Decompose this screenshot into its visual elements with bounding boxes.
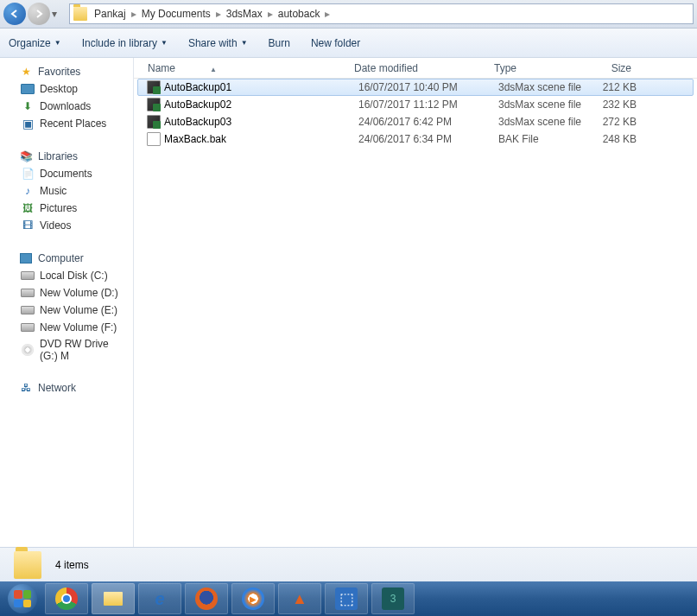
sidebar-item-label: Pictures (40, 202, 77, 214)
back-button[interactable] (3, 3, 26, 25)
file-size: 272 KB (585, 116, 645, 128)
libraries-icon: 📚 (19, 149, 33, 163)
chevron-right-icon[interactable]: ▸ (212, 8, 225, 20)
new-folder-button[interactable]: New folder (311, 37, 360, 49)
sidebar-item-volume-e[interactable]: New Volume (E:) (0, 302, 133, 319)
wmplayer-icon: ▶ (242, 587, 264, 610)
file-row[interactable]: AutoBackup0216/07/2017 11:12 PM3dsMax sc… (134, 96, 697, 113)
drive-icon (21, 321, 35, 334)
file-icon (147, 80, 161, 94)
status-bar: 4 items (0, 547, 697, 581)
file-list[interactable]: AutoBackup0116/07/2017 10:40 PM3dsMax sc… (134, 79, 697, 547)
vm-icon: ⬚ (335, 587, 358, 610)
history-dropdown[interactable]: ▾ (52, 8, 62, 20)
chevron-right-icon[interactable]: ▸ (321, 8, 333, 20)
file-size: 248 KB (585, 133, 645, 145)
file-size: 212 KB (585, 81, 645, 93)
taskbar-app-3dsmax[interactable]: 3 (371, 583, 415, 614)
breadcrumb-segment[interactable]: My Documents (140, 8, 212, 20)
sidebar-item-dvd-drive[interactable]: DVD RW Drive (G:) M (0, 336, 133, 364)
share-with-button[interactable]: Share with▼ (188, 37, 248, 49)
sidebar-item-label: Local Disk (C:) (40, 270, 108, 282)
file-name: AutoBackup02 (164, 98, 231, 111)
chevron-down-icon: ▼ (241, 39, 248, 47)
sidebar-item-videos[interactable]: 🎞Videos (0, 217, 133, 234)
column-size[interactable]: Size (580, 62, 641, 74)
vlc-icon: ▲ (288, 587, 311, 610)
chevron-down-icon: ▼ (161, 39, 168, 47)
drive-icon (21, 303, 35, 317)
file-row[interactable]: MaxBack.bak24/06/2017 6:34 PMBAK File248… (134, 130, 697, 148)
computer-icon (19, 251, 33, 265)
sidebar-item-volume-d[interactable]: New Volume (D:) (0, 284, 133, 302)
include-in-library-button[interactable]: Include in library▼ (82, 37, 168, 49)
sidebar-item-label: Music (40, 185, 67, 197)
network-icon: 🖧 (19, 381, 33, 395)
sidebar-network-header[interactable]: 🖧Network (0, 379, 133, 397)
chevron-down-icon: ▼ (54, 39, 61, 47)
taskbar-app-vm[interactable]: ⬚ (325, 583, 368, 614)
file-type: 3dsMax scene file (490, 116, 585, 128)
toolbar: Organize▼ Include in library▼ Share with… (0, 29, 697, 58)
drive-icon (21, 286, 35, 300)
sidebar-item-desktop[interactable]: Desktop (0, 80, 133, 98)
star-icon: ★ (19, 65, 33, 79)
sidebar-favorites-header[interactable]: ★Favorites (0, 63, 133, 80)
address-bar: ▾ Pankaj ▸ My Documents ▸ 3dsMax ▸ autob… (0, 0, 697, 29)
start-button[interactable] (3, 583, 41, 614)
sidebar-item-downloads[interactable]: ⬇Downloads (0, 98, 133, 115)
firefox-icon (195, 587, 218, 610)
file-row[interactable]: AutoBackup0116/07/2017 10:40 PM3dsMax sc… (137, 79, 694, 96)
organize-button[interactable]: Organize▼ (9, 37, 61, 49)
sidebar-label: Computer (38, 252, 84, 264)
sidebar-item-recent-places[interactable]: ▣Recent Places (0, 115, 133, 132)
sidebar-item-documents[interactable]: 📄Documents (0, 165, 133, 182)
download-icon: ⬇ (21, 99, 35, 113)
column-name[interactable]: Name▲ (134, 62, 345, 74)
file-date: 24/06/2017 6:34 PM (350, 133, 490, 145)
3dsmax-icon: 3 (382, 587, 404, 610)
column-headers: Name▲ Date modified Type Size (134, 58, 697, 79)
sidebar-item-label: Videos (40, 219, 71, 232)
breadcrumb[interactable]: Pankaj ▸ My Documents ▸ 3dsMax ▸ autobac… (69, 3, 694, 24)
burn-button[interactable]: Burn (269, 37, 290, 49)
sidebar-item-music[interactable]: ♪Music (0, 182, 133, 200)
chevron-right-icon[interactable]: ▸ (264, 8, 276, 20)
taskbar-app-chrome[interactable] (45, 583, 88, 614)
taskbar: e ▶ ▲ ⬚ 3 (0, 581, 697, 616)
breadcrumb-segment[interactable]: 3dsMax (225, 8, 264, 20)
column-date-modified[interactable]: Date modified (345, 62, 485, 74)
breadcrumb-segment[interactable]: Pankaj (92, 8, 128, 20)
folder-icon (14, 551, 41, 579)
sidebar-libraries-header[interactable]: 📚Libraries (0, 148, 133, 165)
sidebar-label: Libraries (38, 150, 78, 162)
main-area: ★Favorites Desktop ⬇Downloads ▣Recent Pl… (0, 58, 697, 547)
document-icon: 📄 (21, 167, 35, 181)
sidebar-item-label: New Volume (D:) (40, 287, 118, 299)
file-type: 3dsMax scene file (490, 81, 585, 93)
file-row[interactable]: AutoBackup0324/06/2017 6:42 PM3dsMax sce… (134, 113, 697, 130)
file-type: BAK File (490, 133, 585, 145)
sidebar-item-pictures[interactable]: 🖼Pictures (0, 200, 133, 217)
taskbar-app-vlc[interactable]: ▲ (278, 583, 321, 614)
taskbar-app-explorer[interactable] (92, 583, 135, 614)
chevron-right-icon[interactable]: ▸ (128, 8, 140, 20)
taskbar-app-wmplayer[interactable]: ▶ (231, 583, 275, 614)
sidebar-item-label: Downloads (40, 100, 91, 112)
sidebar-item-local-disk-c[interactable]: Local Disk (C:) (0, 267, 133, 284)
file-name: MaxBack.bak (164, 133, 226, 145)
file-name: AutoBackup01 (164, 81, 231, 93)
file-list-pane: Name▲ Date modified Type Size AutoBackup… (134, 58, 697, 547)
sidebar-computer-header[interactable]: Computer (0, 250, 133, 267)
column-type[interactable]: Type (485, 62, 580, 74)
file-type: 3dsMax scene file (490, 98, 585, 111)
navigation-pane: ★Favorites Desktop ⬇Downloads ▣Recent Pl… (0, 58, 134, 547)
taskbar-app-firefox[interactable] (185, 583, 228, 614)
sidebar-label: Favorites (38, 66, 80, 78)
taskbar-app-ie[interactable]: e (138, 583, 181, 614)
item-count: 4 items (55, 559, 89, 571)
breadcrumb-segment[interactable]: autoback (276, 8, 322, 20)
sidebar-item-volume-f[interactable]: New Volume (F:) (0, 319, 133, 336)
forward-button[interactable] (28, 3, 50, 25)
videos-icon: 🎞 (21, 219, 35, 232)
